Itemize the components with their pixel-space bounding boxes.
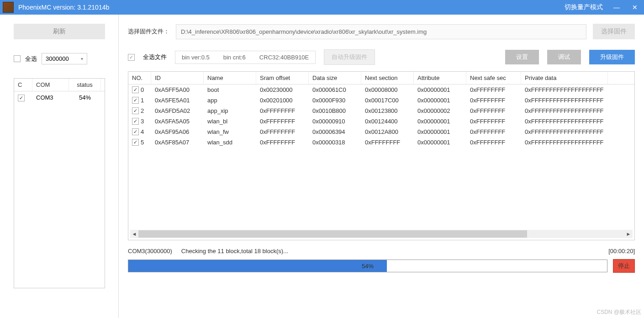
row-size: 0x000061C0 xyxy=(309,85,361,95)
row-id: 0xA5FD5A02 xyxy=(151,106,204,116)
crc: CRC32:40BB910E xyxy=(259,54,309,61)
row-priv: 0xFFFFFFFFFFFFFFFFFFFF xyxy=(521,106,608,116)
progress-label: 54% xyxy=(128,260,607,272)
col-priv: Private data xyxy=(521,72,608,84)
col-safe: Next safe sec xyxy=(466,72,521,84)
row-attr: 0x00000001 xyxy=(414,85,466,95)
stop-button[interactable]: 停止 xyxy=(613,259,635,273)
auto-upgrade-button[interactable]: 自动升级固件 xyxy=(324,49,375,65)
app-icon xyxy=(3,2,14,13)
row-checkbox[interactable]: ✓ xyxy=(132,97,139,104)
com-col-status: status xyxy=(69,79,101,91)
row-checkbox[interactable]: ✓ xyxy=(132,86,139,93)
row-sram: 0xFFFFFFFF xyxy=(256,137,309,148)
select-all-files-checkbox[interactable]: ✓ xyxy=(128,54,135,61)
col-id: ID xyxy=(151,72,204,84)
com-table: C COM status ✓COM354% xyxy=(14,78,105,288)
row-checkbox[interactable]: ✓ xyxy=(132,139,139,146)
row-no: 1 xyxy=(141,97,144,104)
row-name: wlan_sdd xyxy=(204,137,256,148)
row-id: 0xA5F85A07 xyxy=(151,137,204,148)
grid-row[interactable]: ✓50xA5F85A07wlan_sdd0xFFFFFFFF0x00000318… xyxy=(128,137,634,148)
grid-row[interactable]: ✓20xA5FD5A02app_xip0xFFFFFFFF0x0010B8000… xyxy=(128,106,634,116)
scroll-left-icon[interactable]: ◄ xyxy=(130,230,138,238)
chevron-down-icon: ▾ xyxy=(81,56,83,61)
settings-button[interactable]: 设置 xyxy=(505,50,539,64)
row-name: boot xyxy=(204,85,256,95)
status-timer: [00:00:20] xyxy=(608,248,635,254)
progress-bar: 54% xyxy=(128,260,607,272)
main-panel: 选择固件文件： D:\4_inference\XR806\xr806_openh… xyxy=(119,15,644,318)
row-size: 0x00006394 xyxy=(309,127,361,137)
row-safe: 0xFFFFFFFF xyxy=(466,116,521,127)
row-safe: 0xFFFFFFFF xyxy=(466,95,521,106)
row-attr: 0x00000001 xyxy=(414,127,466,137)
row-priv: 0xFFFFFFFFFFFFFFFFFFFF xyxy=(521,95,608,106)
com-table-row[interactable]: ✓COM354% xyxy=(14,91,105,104)
row-attr: 0x00000001 xyxy=(414,95,466,106)
row-size: 0x0010B800 xyxy=(309,106,361,116)
row-next: 0x0012A800 xyxy=(361,127,414,137)
scroll-right-icon[interactable]: ► xyxy=(624,230,633,238)
row-name: wlan_bl xyxy=(204,116,256,127)
row-priv: 0xFFFFFFFFFFFFFFFFFFFF xyxy=(521,137,608,148)
firmware-info-box: bin ver:0.5 bin cnt:6 CRC32:40BB910E xyxy=(175,51,316,64)
firmware-grid: NO. ID Name Sram offset Data size Next s… xyxy=(128,71,635,240)
row-priv: 0xFFFFFFFFFFFFFFFFFFFF xyxy=(521,85,608,95)
select-all-checkbox[interactable] xyxy=(14,55,21,62)
grid-row[interactable]: ✓00xA5FF5A00boot0x002300000x000061C00x00… xyxy=(128,85,634,95)
minimize-button[interactable]: — xyxy=(607,0,626,15)
col-next: Next section xyxy=(361,72,414,84)
horizontal-scrollbar[interactable]: ◄ ► xyxy=(130,230,633,238)
grid-row[interactable]: ✓10xA5FE5A01app0x002010000x0000F9300x000… xyxy=(128,95,634,106)
sidebar: 刷新 全选 3000000 ▾ C COM status ✓COM354% xyxy=(0,15,119,318)
col-sram: Sram offset xyxy=(256,72,309,84)
refresh-button[interactable]: 刷新 xyxy=(14,24,105,39)
com-row-status: 54% xyxy=(69,91,101,104)
debug-button[interactable]: 调试 xyxy=(547,50,581,64)
row-no: 0 xyxy=(141,86,144,93)
row-sram: 0xFFFFFFFF xyxy=(256,127,309,137)
upgrade-button[interactable]: 升级固件 xyxy=(589,50,635,64)
select-all-label: 全选 xyxy=(25,55,37,63)
row-safe: 0xFFFFFFFF xyxy=(466,85,521,95)
baud-select[interactable]: 3000000 ▾ xyxy=(42,53,87,64)
grid-row[interactable]: ✓40xA5F95A06wlan_fw0xFFFFFFFF0x000063940… xyxy=(128,127,634,137)
row-attr: 0x00000002 xyxy=(414,106,466,116)
mode-switch-button[interactable]: 切换量产模式 xyxy=(565,3,603,11)
row-checkbox[interactable]: ✓ xyxy=(132,128,139,135)
row-sram: 0xFFFFFFFF xyxy=(256,106,309,116)
row-checkbox[interactable]: ✓ xyxy=(132,118,139,125)
row-safe: 0xFFFFFFFF xyxy=(466,106,521,116)
row-no: 2 xyxy=(141,107,144,114)
close-button[interactable]: ✕ xyxy=(626,0,644,15)
com-row-checkbox[interactable]: ✓ xyxy=(18,95,25,101)
col-no: NO. xyxy=(128,72,151,84)
baud-value: 3000000 xyxy=(46,55,69,62)
row-sram: 0xFFFFFFFF xyxy=(256,116,309,127)
row-priv: 0xFFFFFFFFFFFFFFFFFFFF xyxy=(521,127,608,137)
row-next: 0x00008000 xyxy=(361,85,414,95)
row-attr: 0x00000001 xyxy=(414,116,466,127)
row-id: 0xA5F95A06 xyxy=(151,127,204,137)
row-name: app_xip xyxy=(204,106,256,116)
status-text: Checking the 11 block,total 18 block(s).… xyxy=(181,248,288,254)
row-next: 0x00124400 xyxy=(361,116,414,127)
bin-cnt: bin cnt:6 xyxy=(223,54,246,61)
col-attr: Attribute xyxy=(414,72,466,84)
scroll-thumb[interactable] xyxy=(138,230,527,238)
row-checkbox[interactable]: ✓ xyxy=(132,107,139,114)
grid-row[interactable]: ✓30xA5FA5A05wlan_bl0xFFFFFFFF0x000009100… xyxy=(128,116,634,127)
row-next: 0x00017C00 xyxy=(361,95,414,106)
row-safe: 0xFFFFFFFF xyxy=(466,137,521,148)
bin-ver: bin ver:0.5 xyxy=(182,54,210,61)
row-no: 4 xyxy=(141,128,144,135)
com-row-port: COM3 xyxy=(32,91,69,104)
row-id: 0xA5FE5A01 xyxy=(151,95,204,106)
firmware-path-input[interactable]: D:\4_inference\XR806\xr806_openharmony\d… xyxy=(176,24,586,39)
app-title: PhoenixMC version: 3.1.21014b xyxy=(18,4,565,11)
select-firmware-button[interactable]: 选择固件 xyxy=(593,24,635,39)
col-name: Name xyxy=(204,72,256,84)
row-size: 0x0000F930 xyxy=(309,95,361,106)
status-port: COM3(3000000) xyxy=(128,248,172,254)
